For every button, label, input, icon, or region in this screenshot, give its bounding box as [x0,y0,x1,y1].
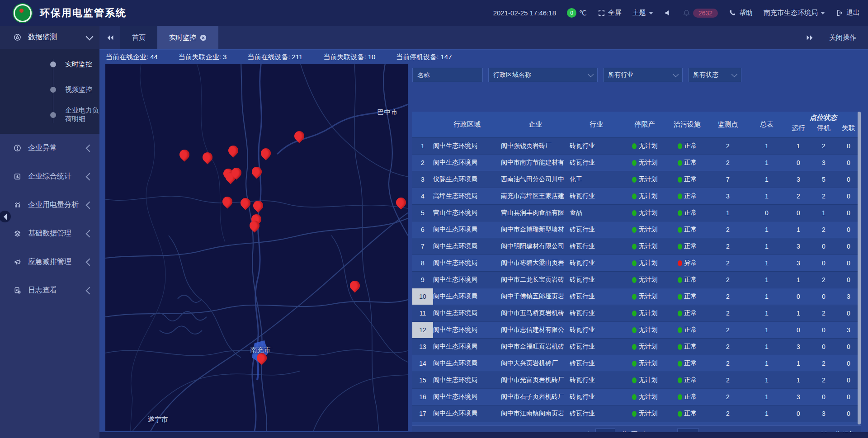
sidebar-group-数据监测: 数据监测实时监控视频监控企业电力负荷明细 [0,26,99,134]
fullscreen-button[interactable]: 全屏 [598,9,622,17]
table-row[interactable]: 12阆中生态环境局阆中市忠信建材有限公砖瓦行业无计划正常21003 [412,321,861,338]
tab-实时监控[interactable]: 实时监控 [157,26,218,49]
cell-lost: 0 [836,138,861,154]
cell-run: 2 [786,188,811,204]
mute-button[interactable] [664,9,672,17]
map-roads-layer [105,64,408,431]
help-button[interactable]: 帮助 [729,9,753,17]
region-filter-select[interactable]: 行政区域名称 [488,68,598,82]
cell-enterprise: 阆中市枣碧大梁山页岩 [501,255,570,271]
logout-button[interactable]: 退出 [836,9,860,17]
cell-treatment: 正常 [666,405,708,422]
filter-bar: 行政区域名称 所有行业 所有状态 [412,68,741,83]
status-dot-icon [632,311,637,316]
notifications[interactable]: 2632 [683,9,718,18]
cell-meter: 1 [748,221,786,238]
status-dot-icon [632,377,637,383]
table-row[interactable]: 10阆中生态环境局阆中千佛镇五郎垭页岩砖瓦行业无计划正常21003 [412,288,861,305]
cell-industry: 砖瓦行业 [570,339,623,355]
tab-label: 首页 [132,33,146,42]
org-menu[interactable]: 南充市生态环境局 [764,9,825,17]
cell-lost: 0 [836,355,861,372]
table-row[interactable]: 5营山生态环境局营山县润丰肉食品有限食品无计划正常10010 [412,204,861,221]
status-filter-select[interactable]: 所有状态 [688,68,741,82]
table-row[interactable]: 1阆中生态环境局阆中强锐页岩砖厂砖瓦行业无计划正常21120 [412,137,861,154]
sidebar-subitem-企业电力负荷明细[interactable]: 企业电力负荷明细 [0,102,99,127]
table-row[interactable]: 2阆中生态环境局阆中市南方节能建材有砖瓦行业无计划正常21030 [412,154,861,171]
sidebar-item-基础数据管理[interactable]: 基础数据管理 [0,219,99,248]
industry-filter-select[interactable]: 所有行业 [603,68,683,82]
status-dot-icon [632,143,637,149]
sidebar-item-企业综合统计[interactable]: 企业综合统计 [0,162,99,191]
table-row[interactable]: 15阆中生态环境局阆中市光富页岩机砖厂砖瓦行业无计划正常21120 [412,372,861,388]
sidebar-item-企业用电量分析[interactable]: 企业用电量分析 [0,191,99,219]
cell-production: 无计划 [623,205,666,221]
stat-label: 当前在线设备: [247,53,290,61]
stat-label: 当前失联设备: [323,53,366,61]
cell-production: 无计划 [623,155,666,171]
cell-monitor: 6 [708,422,748,425]
message-count-badge: 2632 [693,9,718,18]
table-scrollbar[interactable] [858,112,861,424]
tabs-scroll-left-button[interactable] [99,26,120,49]
sidebar-subitem-实时监控[interactable]: 实时监控 [0,52,99,77]
tab-bar: 首页实时监控 关闭操作 [99,26,868,49]
table-row[interactable]: 11阆中生态环境局阆中市五马桥页岩机砖砖瓦行业无计划正常21120 [412,305,861,321]
chevron-double-right-icon[interactable] [806,34,814,42]
sidebar-base-data-icon [13,230,22,237]
status-dot-icon [678,377,682,383]
table-row[interactable]: 13阆中生态环境局阆中市金福旺页岩机砖砖瓦行业无计划正常21300 [412,338,861,355]
tab-close-icon[interactable] [200,34,207,41]
table-row[interactable]: 18南部生态环境局南部县双华上河有限公砖瓦行业无计划正常60060 [412,422,861,425]
cell-lost: 0 [836,155,861,171]
name-filter-input[interactable] [412,68,483,82]
cell-region: 阆中生态环境局 [433,405,501,422]
app-logo [14,4,32,22]
close-operations-button[interactable]: 关闭操作 [829,33,856,42]
tab-首页[interactable]: 首页 [120,26,157,49]
col-monitor: 监测点 [708,112,748,137]
table-row[interactable]: 7阆中生态环境局阆中明阳建材有限公司砖瓦行业无计划正常21300 [412,238,861,254]
map[interactable]: 巴中市南充市遂宁市 [105,64,408,431]
cell-monitor: 2 [708,288,748,305]
table-row[interactable]: 17阆中生态环境局阆中市江南镇阆南页岩砖瓦行业无计划正常21030 [412,405,861,422]
status-dot-icon [632,277,637,283]
cell-enterprise: 阆中市五马桥页岩机砖 [501,305,570,321]
cell-run: 1 [786,221,811,238]
cell-meter: 1 [748,322,786,338]
app-title: 环保用电监管系统 [40,6,127,20]
chevron-left-icon [86,258,94,266]
status-text: 无计划 [639,226,658,234]
table-row[interactable]: 9阆中生态环境局阆中市二龙长宝页岩砖砖瓦行业无计划正常21120 [412,271,861,288]
cell-lost: 0 [836,422,861,425]
cell-industry: 砖瓦行业 [570,422,623,425]
sidebar-emergency-icon [13,258,22,266]
cell-stop: 0 [811,339,836,355]
cell-run: 3 [786,339,811,355]
sidebar-subitem-视频监控[interactable]: 视频监控 [0,77,99,102]
status-text: 无计划 [639,309,658,317]
cell-industry: 砖瓦行业 [570,305,623,321]
stat-value: 44 [150,53,158,61]
cell-production: 无计划 [623,255,666,271]
app-header: 环保用电监管系统 2021-02-25 17:46:18 0 ℃ 全屏 主题 2… [0,0,868,26]
sidebar-item-日志查看[interactable]: 日志查看 [0,276,99,305]
table-row[interactable]: 4高坪生态环境局南充市高坪区王家店建砖瓦行业无计划正常31220 [412,188,861,204]
cell-enterprise: 营山县润丰肉食品有限 [501,205,570,221]
sidebar-item-数据监测[interactable]: 数据监测 [0,26,99,49]
table-row[interactable]: 16阆中生态环境局阆中市石子页岩机砖厂砖瓦行业无计划正常21300 [412,388,861,405]
status-text: 无计划 [639,175,658,184]
theme-menu[interactable]: 主题 [632,9,653,17]
cell-region: 南部生态环境局 [433,422,501,425]
table-row[interactable]: 14阆中生态环境局阆中大兴页岩机砖厂砖瓦行业无计划正常21120 [412,355,861,372]
sidebar-item-企业异常[interactable]: 企业异常 [0,134,99,162]
table-row[interactable]: 6阆中生态环境局阆中市金博瑞新型墙材砖瓦行业无计划正常21120 [412,221,861,238]
sidebar-item-应急减排管理[interactable]: 应急减排管理 [0,248,99,276]
table-row[interactable]: 8阆中生态环境局阆中市枣碧大梁山页岩砖瓦行业无计划异常21300 [412,254,861,271]
table-body: 1阆中生态环境局阆中强锐页岩砖厂砖瓦行业无计划正常211202阆中生态环境局阆中… [412,137,861,425]
cell-industry: 砖瓦行业 [570,155,623,171]
cell-lost: 0 [836,205,861,221]
cell-region: 仪陇生态环境局 [433,171,501,188]
table-row[interactable]: 3仪陇生态环境局西南油气田分公司川中化工无计划正常71350 [412,171,861,188]
status-dot-icon [678,311,682,316]
